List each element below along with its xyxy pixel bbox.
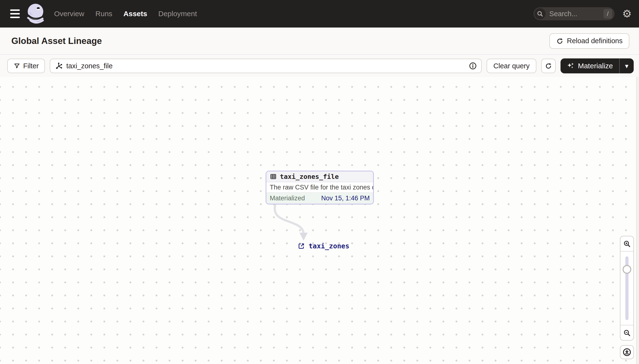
canvas-scrollbar[interactable] <box>636 77 639 364</box>
asset-node-status-row: Materialized Nov 15, 1:46 PM <box>266 193 373 204</box>
lineage-canvas[interactable]: taxi_zones_file The raw CSV file for the… <box>0 77 639 364</box>
nav-item-overview[interactable]: Overview <box>54 10 84 18</box>
filter-button[interactable]: Filter <box>7 59 45 73</box>
filter-label: Filter <box>23 62 39 70</box>
asset-query-input[interactable] <box>66 62 465 70</box>
nav-item-assets[interactable]: Assets <box>123 10 147 18</box>
funnel-icon <box>14 62 20 69</box>
download-circle-icon <box>622 348 631 357</box>
clear-query-label: Clear query <box>493 62 530 70</box>
nav-item-deployment[interactable]: Deployment <box>158 10 197 18</box>
asset-node-description: The raw CSV file for the taxi zones dat.… <box>266 182 373 193</box>
refresh-button[interactable] <box>541 59 556 73</box>
op-selector-icon <box>55 62 63 70</box>
downstream-asset-link[interactable]: taxi_zones <box>298 242 349 250</box>
reload-icon <box>556 38 563 45</box>
materialization-timestamp[interactable]: Nov 15, 1:46 PM <box>321 194 370 202</box>
zoom-slider-thumb[interactable] <box>622 265 631 274</box>
asset-node-header: taxi_zones_file <box>266 172 373 182</box>
zoom-in-button[interactable] <box>620 236 633 252</box>
zoom-out-button[interactable] <box>620 325 633 340</box>
external-link-icon <box>298 242 305 250</box>
clear-query-button[interactable]: Clear query <box>487 59 536 73</box>
zoom-out-icon <box>623 329 631 337</box>
search-icon <box>534 8 545 19</box>
hamburger-menu-icon[interactable] <box>10 10 20 18</box>
dagster-logo[interactable] <box>27 4 45 24</box>
global-search-input[interactable]: Search... / <box>533 7 614 20</box>
gear-icon[interactable]: ⚙ <box>622 8 632 19</box>
page-header: Global Asset Lineage Reload definitions <box>0 28 639 55</box>
chevron-down-icon: ▾ <box>625 62 628 70</box>
reload-definitions-button[interactable]: Reload definitions <box>549 33 629 49</box>
nav-item-runs[interactable]: Runs <box>95 10 112 18</box>
search-shortcut-badge: / <box>603 9 612 18</box>
sparkles-icon <box>567 62 574 70</box>
primary-nav: Overview Runs Assets Deployment <box>54 10 197 18</box>
materialize-split-button: Materialize ▾ <box>560 58 634 74</box>
asset-node-taxi-zones-file[interactable]: taxi_zones_file The raw CSV file for the… <box>266 171 374 204</box>
page-title: Global Asset Lineage <box>11 36 102 46</box>
top-nav-bar: Overview Runs Assets Deployment Search..… <box>0 0 639 28</box>
zoom-control-panel <box>620 236 634 340</box>
refresh-icon <box>545 62 552 70</box>
asset-node-name: taxi_zones_file <box>280 173 339 180</box>
recenter-view-button[interactable] <box>620 345 634 359</box>
materialize-label: Materialize <box>578 62 613 70</box>
materialize-button[interactable]: Materialize <box>560 58 619 74</box>
query-info-icon[interactable] <box>469 62 477 70</box>
lineage-toolbar: Filter Clear query <box>0 55 639 77</box>
zoom-in-icon <box>623 240 631 248</box>
downstream-asset-name: taxi_zones <box>309 242 349 250</box>
search-placeholder: Search... <box>549 10 577 18</box>
reload-definitions-label: Reload definitions <box>567 37 622 45</box>
materialize-dropdown-button[interactable]: ▾ <box>620 58 634 74</box>
asset-query-box <box>50 59 482 73</box>
lineage-edge <box>0 77 639 364</box>
zoom-slider[interactable] <box>620 252 633 325</box>
status-badge: Materialized <box>270 194 305 202</box>
table-icon <box>270 173 277 180</box>
